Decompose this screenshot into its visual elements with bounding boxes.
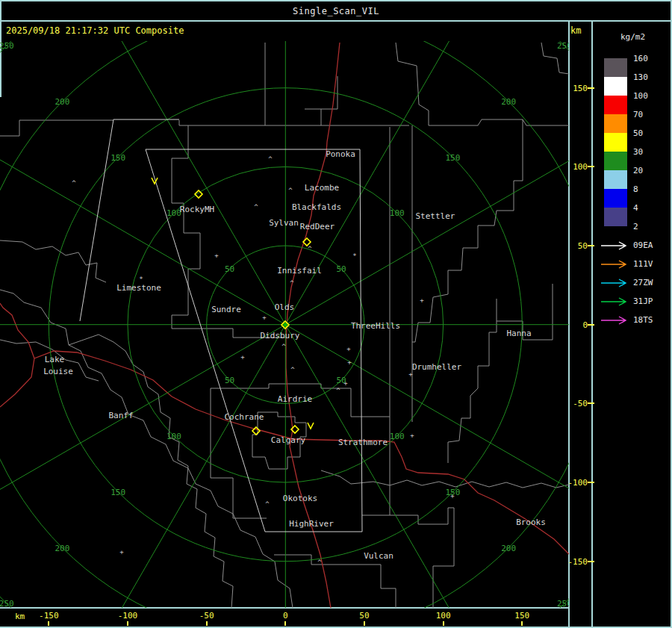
track-id-label: 111V: [633, 260, 653, 269]
right-axis-tick-label: 150: [573, 83, 588, 93]
track-arrow-glyph: [601, 279, 626, 287]
track-id-label: 27ZW: [633, 279, 653, 287]
county-boundary-line: [412, 119, 523, 342]
range-ring-label: 150: [446, 153, 461, 163]
county-boundary-line: [448, 299, 497, 463]
legend-swatch: [604, 133, 627, 152]
track-arrow-glyph: [601, 242, 626, 249]
legend-arrow-row: 09EA: [600, 241, 672, 250]
place-label: Ponoka: [326, 149, 355, 159]
range-ring-label: 50: [225, 376, 234, 385]
bottom-axis-tick-label: 50: [359, 611, 369, 621]
highway-line: [293, 439, 569, 554]
town-marker-glyph: ^: [281, 343, 286, 350]
place-label: Innisfail: [277, 266, 322, 276]
place-label: Drumheller: [412, 362, 462, 372]
town-marker-glyph: ^: [72, 179, 76, 187]
town-marker-glyph: ^: [290, 366, 295, 373]
place-label: Lake: [45, 355, 65, 364]
track-arrow-icon: [600, 297, 629, 306]
range-ring-label: 250: [0, 41, 14, 51]
range-ring-label: 50: [225, 264, 234, 274]
place-label: Limestone: [116, 283, 161, 293]
track-arrow-icon: [600, 260, 629, 269]
county-boundary-line: [396, 43, 429, 125]
right-axis-tick-label: 50: [578, 241, 588, 251]
bottom-axis-tick-mark: [443, 621, 444, 626]
legend-scale-value: 20: [633, 166, 643, 175]
azimuth-radial-line: [0, 128, 285, 325]
radar-map-viewport[interactable]: 5050505010010010010015015015015020020020…: [0, 41, 569, 608]
town-marker-glyph: +: [346, 345, 351, 352]
town-marker-glyph: +: [410, 432, 414, 439]
bottom-axis-tick-label: 100: [436, 611, 451, 621]
legend-scale-value: 2: [633, 222, 638, 231]
bottom-axis-tick-label: -150: [39, 611, 59, 621]
legend-swatch: [604, 96, 627, 114]
range-ring-label: 200: [55, 97, 69, 107]
legend-scale-value: 4: [633, 203, 638, 213]
range-ring-label: 100: [390, 208, 405, 218]
place-label: RockyMH: [180, 205, 214, 214]
town-marker-glyph: +: [343, 379, 348, 387]
place-label: Louise: [43, 367, 73, 376]
place-label: Strathmore: [338, 438, 388, 447]
county-boundary-line: [321, 470, 569, 488]
place-label: Lacombe: [305, 183, 339, 193]
right-axis-unit: km: [570, 25, 581, 36]
town-marker-glyph: +: [214, 252, 219, 259]
title-bar: Single_Scan_VIL: [0, 1, 672, 21]
place-label: Hanna: [506, 329, 531, 338]
legend-scale-value: 30: [633, 147, 643, 157]
bottom-axis: km -150-100-50050100150: [0, 609, 569, 627]
track-arrow-icon: [600, 279, 629, 287]
track-arrow-icon: [600, 241, 629, 250]
range-ring-label: 100: [167, 208, 181, 218]
track-arrow-glyph: [601, 261, 626, 268]
town-marker-glyph: ^: [317, 559, 322, 566]
radar-map-canvas: 5050505010010010010015015015015020020020…: [0, 41, 569, 608]
town-marker-glyph: ^: [288, 187, 293, 194]
bottom-axis-tick-label: -100: [118, 611, 138, 621]
azimuth-radial-line: [285, 325, 569, 522]
bottom-axis-tick-mark: [127, 621, 128, 626]
town-marker-glyph: ^: [254, 203, 258, 211]
town-marker-glyph: +: [262, 314, 267, 321]
legend-scale-value: 50: [633, 128, 643, 138]
town-marker-glyph: ^: [290, 279, 294, 287]
track-arrow-glyph: [601, 317, 626, 324]
right-axis-tick-label: 0: [582, 320, 588, 329]
town-marker-glyph: +: [347, 358, 352, 366]
bottom-axis-unit: km: [15, 612, 25, 621]
place-label: Sylvan: [269, 218, 299, 228]
place-label: Brooks: [516, 517, 546, 527]
county-boundary-line: [429, 119, 569, 125]
legend-arrow-row: 31JP: [600, 297, 672, 306]
county-boundary-line: [211, 388, 267, 518]
county-boundary-line: [179, 120, 409, 125]
legend-arrow-row: 18TS: [600, 316, 672, 325]
town-marker-glyph: ^: [268, 155, 273, 163]
legend-swatch: [604, 114, 627, 133]
range-ring-label: 150: [111, 488, 125, 497]
legend-swatch: [604, 189, 627, 208]
right-axis: 150100500-50-100-150: [569, 41, 592, 608]
bottom-axis-tick-mark: [284, 621, 286, 626]
right-axis-tick-label: -150: [568, 556, 588, 566]
town-marker-glyph: +: [420, 296, 424, 304]
track-id-label: 31JP: [633, 297, 653, 306]
highway-line: [0, 303, 34, 358]
range-ring-label: 250: [557, 41, 569, 51]
legend-swatch: [604, 170, 627, 189]
county-boundary-line: [390, 508, 454, 608]
track-id-label: 18TS: [633, 316, 653, 325]
place-label: ThreeHills: [351, 321, 400, 331]
page-title: Single_Scan_VIL: [293, 6, 379, 16]
range-ring-label: 50: [336, 264, 346, 274]
right-axis-tick-label: -50: [573, 399, 588, 408]
legend-swatch: [604, 58, 627, 77]
town-marker-glyph: ^: [265, 500, 270, 508]
scan-timestamp: 2025/09/18 21:17:32 UTC Composite: [6, 25, 184, 36]
range-ring-label: 200: [501, 97, 516, 107]
town-marker-glyph: *: [352, 252, 356, 260]
